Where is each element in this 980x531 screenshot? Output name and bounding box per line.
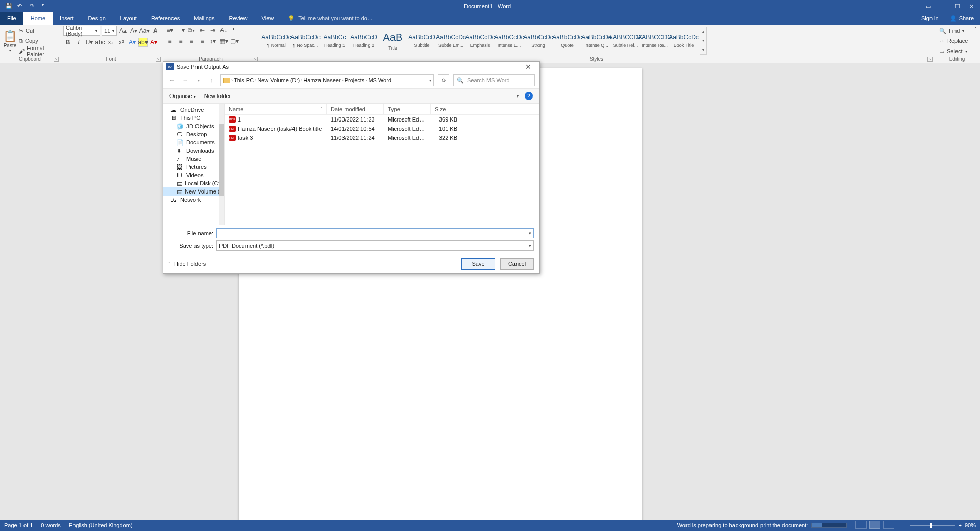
minimize-icon[interactable]: —	[940, 3, 946, 10]
styles-scroll-down[interactable]: ▾	[700, 36, 706, 45]
superscript-button[interactable]: x²	[117, 38, 126, 47]
font-name-combo[interactable]: Calibri (Body)▾	[63, 26, 100, 36]
status-words[interactable]: 0 words	[41, 522, 61, 528]
tab-references[interactable]: References	[144, 12, 187, 25]
nav-back-button[interactable]: ←	[167, 76, 177, 85]
nav-up-button[interactable]: ↑	[207, 76, 216, 85]
style-intense-re-[interactable]: AABBCCDCIntense Re...	[641, 27, 669, 55]
bold-button[interactable]: B	[63, 38, 72, 47]
sign-in-link[interactable]: Sign in	[916, 12, 944, 25]
multilevel-button[interactable]: ⧉▾	[187, 26, 196, 35]
tab-file[interactable]: File	[0, 12, 23, 25]
sort-button[interactable]: A↓	[219, 26, 228, 35]
file-row[interactable]: PDFHamza Naseer (task#4) Book title14/01…	[225, 124, 539, 133]
decrease-indent-button[interactable]: ⇤	[198, 26, 207, 35]
save-icon[interactable]: 💾	[5, 3, 12, 10]
tab-layout[interactable]: Layout	[113, 12, 144, 25]
clipboard-launcher[interactable]: ↘	[54, 57, 59, 62]
line-spacing-button[interactable]: ↕▾	[208, 37, 217, 46]
zoom-level[interactable]: 90%	[965, 522, 976, 528]
style-strong[interactable]: AaBbCcDcStrong	[524, 27, 552, 55]
save-button[interactable]: Save	[461, 258, 495, 270]
font-launcher[interactable]: ↘	[156, 57, 161, 62]
styles-scroll-up[interactable]: ▴	[700, 27, 706, 36]
qat-customize-icon[interactable]: ▾	[42, 3, 49, 10]
nav-forward-button[interactable]: →	[181, 76, 190, 85]
zoom-in-button[interactable]: +	[959, 522, 962, 528]
find-button[interactable]: 🔍Find▾	[937, 26, 970, 35]
subscript-button[interactable]: x₂	[106, 38, 115, 47]
style-book-title[interactable]: AaBbCcDcBook Title	[670, 27, 698, 55]
crumb-drive[interactable]: New Volume (D:)	[257, 77, 300, 83]
tree-local-disk-c-[interactable]: 🖴Local Disk (C:)	[163, 179, 224, 187]
help-button[interactable]: ?	[525, 92, 533, 100]
font-size-combo[interactable]: 11▾	[102, 26, 117, 36]
align-center-button[interactable]: ≡	[176, 37, 185, 46]
clear-formatting-button[interactable]: A̷	[151, 26, 160, 35]
tree-desktop[interactable]: 🖵Desktop	[163, 130, 224, 138]
hide-folders-toggle[interactable]: ˄Hide Folders	[168, 261, 206, 267]
style-intense-e-[interactable]: AaBbCcDcIntense E...	[495, 27, 523, 55]
dialog-close-button[interactable]: ✕	[521, 63, 536, 71]
cancel-button[interactable]: Cancel	[500, 258, 534, 270]
styles-launcher[interactable]: ↘	[927, 57, 933, 62]
underline-button[interactable]: U▾	[85, 38, 94, 47]
style-subtle-em-[interactable]: AaBbCcDcSubtle Em...	[437, 27, 465, 55]
address-bar[interactable]: › This PC› New Volume (D:)› Hamza Naseer…	[220, 74, 434, 86]
tree-3d-objects[interactable]: 🧊3D Objects	[163, 122, 224, 130]
tab-review[interactable]: Review	[222, 12, 255, 25]
style--normal[interactable]: AaBbCcDc¶ Normal	[262, 27, 290, 55]
align-right-button[interactable]: ≡	[187, 37, 196, 46]
tree-videos[interactable]: 🎞Videos	[163, 171, 224, 179]
file-row[interactable]: PDFtask 311/03/2022 11:24Microsoft Edge …	[225, 133, 539, 142]
tree-network[interactable]: 🖧Network	[163, 196, 224, 204]
organise-menu[interactable]: Organise ▾	[169, 93, 196, 99]
style-subtle-ref-[interactable]: AABBCCDCSubtle Ref...	[611, 27, 640, 55]
tree-onedrive[interactable]: ☁OneDrive	[163, 106, 224, 114]
shrink-font-button[interactable]: A▾	[129, 26, 138, 35]
crumb-this-pc[interactable]: This PC	[234, 77, 254, 83]
crumb-msword[interactable]: MS Word	[368, 77, 391, 83]
tree-music[interactable]: ♪Music	[163, 155, 224, 163]
zoom-slider[interactable]	[910, 525, 955, 526]
change-case-button[interactable]: Aa▾	[140, 26, 149, 35]
new-folder-button[interactable]: New folder	[204, 93, 231, 99]
search-input[interactable]: 🔍 Search MS Word	[453, 74, 535, 86]
style-emphasis[interactable]: AaBbCcDcEmphasis	[466, 27, 494, 55]
style-intense-q-[interactable]: AaBbCcDcIntense Q...	[582, 27, 610, 55]
tree-downloads[interactable]: ⬇Downloads	[163, 147, 224, 155]
file-row[interactable]: PDF111/03/2022 11:23Microsoft Edge P...3…	[225, 115, 539, 124]
col-date[interactable]: Date modified	[327, 104, 384, 114]
tell-me-search[interactable]: 💡 Tell me what you want to do...	[281, 12, 372, 25]
status-page[interactable]: Page 1 of 1	[4, 522, 33, 528]
style--no-spac-[interactable]: AaBbCcDc¶ No Spac...	[291, 27, 320, 55]
style-subtitle[interactable]: AaBbCcDSubtitle	[408, 27, 436, 55]
ribbon-display-icon[interactable]: ▭	[926, 3, 931, 10]
justify-button[interactable]: ≡	[198, 37, 207, 46]
maximize-icon[interactable]: ☐	[955, 3, 960, 10]
crumb-projects[interactable]: Projects	[345, 77, 365, 83]
col-type[interactable]: Type	[384, 104, 431, 114]
show-marks-button[interactable]: ¶	[230, 26, 239, 35]
nav-recent-button[interactable]: ▾	[194, 76, 203, 85]
tree-documents[interactable]: 📄Documents	[163, 138, 224, 147]
status-language[interactable]: English (United Kingdom)	[69, 522, 133, 528]
styles-more-button[interactable]: ▾	[700, 45, 706, 55]
col-name[interactable]: Name˄	[225, 104, 327, 114]
grow-font-button[interactable]: A▴	[118, 26, 128, 35]
tab-design[interactable]: Design	[81, 12, 113, 25]
view-read-mode[interactable]	[855, 521, 867, 529]
share-button[interactable]: 👤 Share	[944, 12, 980, 25]
tab-mailings[interactable]: Mailings	[187, 12, 222, 25]
borders-button[interactable]: ▢▾	[230, 37, 239, 46]
align-left-button[interactable]: ≡	[165, 37, 175, 46]
select-button[interactable]: ▭Select▾	[937, 46, 970, 56]
cut-button[interactable]: ✂Cut	[19, 26, 57, 35]
strikethrough-button[interactable]: abc	[95, 38, 105, 47]
text-effects-button[interactable]: A▾	[128, 38, 137, 47]
style-quote[interactable]: AaBbCcDcQuote	[553, 27, 581, 55]
style-title[interactable]: AaBTitle	[379, 27, 407, 55]
tree-new-volume-d-[interactable]: 🖴New Volume (D:)	[163, 187, 224, 196]
tab-insert[interactable]: Insert	[53, 12, 81, 25]
view-print-layout[interactable]	[869, 521, 880, 529]
